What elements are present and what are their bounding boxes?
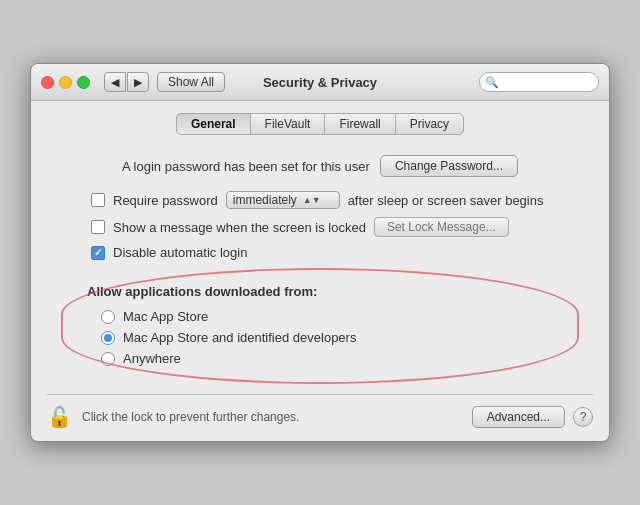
maximize-button[interactable] bbox=[77, 76, 90, 89]
advanced-button[interactable]: Advanced... bbox=[472, 406, 565, 428]
change-password-button[interactable]: Change Password... bbox=[380, 155, 518, 177]
tabs-bar: General FileVault Firewall Privacy bbox=[31, 101, 609, 143]
main-content: A login password has been set for this u… bbox=[31, 143, 609, 394]
search-box: 🔍 bbox=[479, 72, 599, 92]
tab-filevault[interactable]: FileVault bbox=[250, 113, 325, 135]
nav-buttons: ◀ ▶ bbox=[104, 72, 149, 92]
require-password-row: Require password immediately ▲▼ after sl… bbox=[91, 191, 569, 209]
login-password-row: A login password has been set for this u… bbox=[71, 155, 569, 177]
radio-mac-app-store-identified-input[interactable] bbox=[101, 331, 115, 345]
main-window: ◀ ▶ Show All Security & Privacy 🔍 Genera… bbox=[30, 63, 610, 442]
show-message-checkbox[interactable] bbox=[91, 220, 105, 234]
help-button[interactable]: ? bbox=[573, 407, 593, 427]
radio-anywhere-input[interactable] bbox=[101, 352, 115, 366]
minimize-button[interactable] bbox=[59, 76, 72, 89]
radio-mac-app-store-input[interactable] bbox=[101, 310, 115, 324]
gatekeeper-heading: Allow applications downloaded from: bbox=[87, 284, 553, 299]
lock-label: Click the lock to prevent further change… bbox=[82, 410, 299, 424]
show-message-row: Show a message when the screen is locked… bbox=[91, 217, 569, 237]
search-icon: 🔍 bbox=[485, 76, 499, 89]
require-password-label: Require password bbox=[113, 193, 218, 208]
immediately-value: immediately bbox=[233, 193, 297, 207]
radio-anywhere-label: Anywhere bbox=[123, 351, 181, 366]
show-all-button[interactable]: Show All bbox=[157, 72, 225, 92]
tab-firewall[interactable]: Firewall bbox=[324, 113, 394, 135]
tab-general[interactable]: General bbox=[176, 113, 250, 135]
radio-mac-app-store-identified[interactable]: Mac App Store and identified developers bbox=[101, 330, 553, 345]
immediately-select[interactable]: immediately ▲▼ bbox=[226, 191, 340, 209]
disable-auto-login-checkbox[interactable] bbox=[91, 246, 105, 260]
lock-icon[interactable]: 🔓 bbox=[47, 405, 72, 429]
show-message-label: Show a message when the screen is locked bbox=[113, 220, 366, 235]
gatekeeper-section: Allow applications downloaded from: Mac … bbox=[71, 274, 569, 378]
close-button[interactable] bbox=[41, 76, 54, 89]
forward-button[interactable]: ▶ bbox=[127, 72, 149, 92]
login-password-label: A login password has been set for this u… bbox=[122, 159, 370, 174]
select-arrow-icon: ▲▼ bbox=[303, 195, 321, 205]
after-sleep-label: after sleep or screen saver begins bbox=[348, 193, 544, 208]
footer: 🔓 Click the lock to prevent further chan… bbox=[31, 395, 609, 441]
radio-anywhere[interactable]: Anywhere bbox=[101, 351, 553, 366]
radio-mac-app-store[interactable]: Mac App Store bbox=[101, 309, 553, 324]
radio-mac-app-store-label: Mac App Store bbox=[123, 309, 208, 324]
options-group: Require password immediately ▲▼ after sl… bbox=[91, 191, 569, 260]
set-lock-message-button[interactable]: Set Lock Message... bbox=[374, 217, 509, 237]
disable-auto-login-label: Disable automatic login bbox=[113, 245, 247, 260]
require-password-checkbox[interactable] bbox=[91, 193, 105, 207]
disable-auto-login-row: Disable automatic login bbox=[91, 245, 569, 260]
titlebar: ◀ ▶ Show All Security & Privacy 🔍 bbox=[31, 64, 609, 101]
tab-privacy[interactable]: Privacy bbox=[395, 113, 464, 135]
back-button[interactable]: ◀ bbox=[104, 72, 126, 92]
radio-mac-app-store-identified-label: Mac App Store and identified developers bbox=[123, 330, 356, 345]
radio-group: Mac App Store Mac App Store and identifi… bbox=[101, 309, 553, 366]
traffic-lights bbox=[41, 76, 90, 89]
footer-right: Advanced... ? bbox=[472, 406, 593, 428]
